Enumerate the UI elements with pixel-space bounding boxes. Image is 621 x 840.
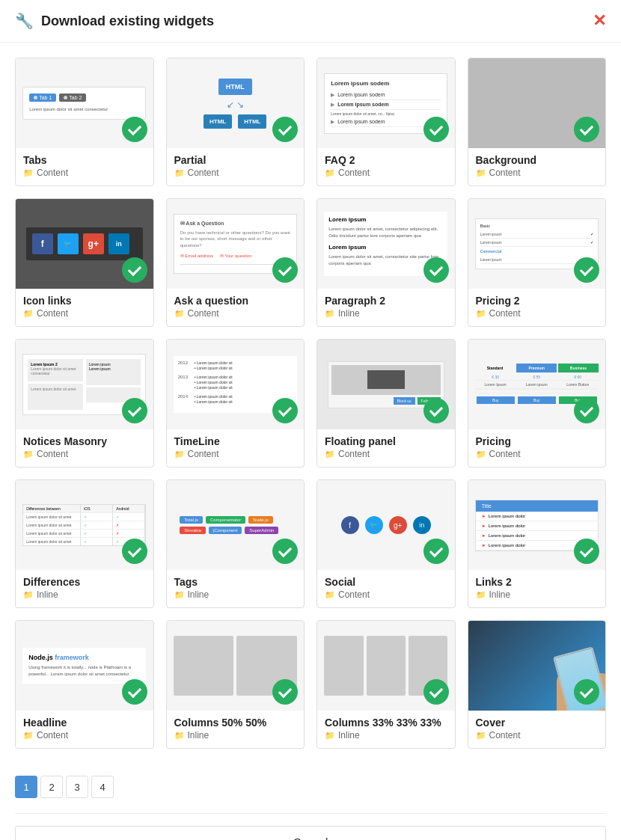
widget-name-floating-panel: Floating panel [325, 435, 447, 447]
pagination: 1234 [0, 764, 621, 813]
page-btn-4[interactable]: 4 [91, 776, 114, 798]
widget-card-faq2[interactable]: Lorem ipsum sodem ▶ Lorem ipsum sodem ▶ … [316, 58, 456, 186]
widget-card-ask-question[interactable]: ✉ Ask a Question Do you have technical o… [166, 198, 305, 327]
widget-name-notices-masonry: Notices Masonry [23, 435, 146, 447]
modal-title-text: Download existing widgets [41, 13, 214, 29]
widget-card-differences[interactable]: Differences between iOS Android Lorem ip… [15, 479, 154, 608]
widget-card-notices-masonry[interactable]: Lorem Ipsum 2Lorem ipsum dolor sit amet … [15, 339, 154, 467]
widget-name-paragraph2: Paragraph 2 [325, 295, 447, 307]
widget-info-pricing: Pricing📁Content [468, 429, 606, 467]
widget-thumb-headline: Node.js framework Using framework it is … [16, 621, 153, 711]
modal-header: 🔧 Download existing widgets ✕ [0, 0, 621, 43]
widget-category-cols333333: 📁Inline [325, 730, 447, 741]
widget-category-notices-masonry: 📁Content [23, 449, 146, 459]
folder-icon: 📁 [325, 590, 335, 600]
folder-icon: 📁 [476, 309, 486, 319]
widget-info-partial: Partial📁Content [167, 148, 305, 186]
widget-info-cover: Cover📁Content [468, 711, 606, 748]
widget-card-headline[interactable]: Node.js framework Using framework it is … [15, 620, 154, 749]
folder-icon: 📁 [325, 168, 335, 178]
page-btn-1[interactable]: 1 [15, 776, 37, 798]
widget-name-differences: Differences [23, 576, 146, 588]
close-button[interactable]: ✕ [593, 13, 606, 29]
folder-icon: 📁 [325, 309, 335, 319]
widget-card-partial[interactable]: HTML ↙ ↘ HTML HTML Partial📁Content [166, 58, 305, 186]
folder-icon: 📁 [23, 450, 34, 459]
widget-card-cols333333[interactable]: Columns 33% 33% 33%📁Inline [316, 620, 456, 749]
widget-card-pricing2[interactable]: Basic Lorem ipsum✓ Lorem ipsum✓ Commerci… [468, 198, 607, 327]
folder-icon: 📁 [174, 590, 185, 600]
widget-thumb-social: f 🐦 g+ in [317, 480, 455, 570]
widget-category-tags: 📁Inline [174, 589, 297, 600]
folder-icon: 📁 [23, 168, 34, 178]
widget-name-background: Background [476, 154, 599, 166]
widget-name-cols5050: Columns 50% 50% [174, 717, 297, 729]
widget-name-icon-links: Icon links [23, 295, 146, 307]
widget-card-floating-panel[interactable]: Block us Follow us Floating panel📁Conten… [316, 339, 456, 467]
widget-card-tabs[interactable]: Tab 1 Tab 2 Lorem ipsum dolor sit amet c… [15, 58, 154, 186]
widget-thumb-background [468, 58, 606, 148]
widget-thumb-timeline: 2012• Lorem ipsum dolor sit• Lorem ipsum… [167, 340, 305, 429]
widget-info-tags: Tags📁Inline [167, 570, 305, 607]
widget-info-links2: Links 2📁Inline [468, 570, 606, 607]
widget-category-links2: 📁Inline [476, 589, 599, 600]
widget-card-pricing[interactable]: Standard Premium Business € 30€ 55€ 60 L… [468, 339, 607, 467]
widget-thumb-cover [468, 621, 606, 711]
widget-category-cover: 📁Content [476, 730, 599, 741]
widget-name-partial: Partial [174, 154, 297, 166]
widget-info-notices-masonry: Notices Masonry📁Content [16, 429, 153, 467]
widget-thumb-icon-links: f 🐦 g+ in [16, 199, 153, 289]
widget-thumb-partial: HTML ↙ ↘ HTML HTML [167, 58, 305, 148]
widget-thumb-notices-masonry: Lorem Ipsum 2Lorem ipsum dolor sit amet … [16, 340, 153, 429]
widget-name-timeline: TimeLine [174, 435, 297, 447]
widget-thumb-differences: Differences between iOS Android Lorem ip… [16, 480, 153, 570]
widget-info-background: Background📁Content [468, 148, 606, 186]
widget-category-background: 📁Content [476, 168, 599, 178]
folder-icon: 📁 [174, 309, 185, 319]
widget-card-social[interactable]: f 🐦 g+ in Social📁Content [316, 479, 456, 608]
widget-card-timeline[interactable]: 2012• Lorem ipsum dolor sit• Lorem ipsum… [166, 339, 305, 467]
widget-grid: Tab 1 Tab 2 Lorem ipsum dolor sit amet c… [0, 43, 621, 764]
widget-name-cols333333: Columns 33% 33% 33% [325, 717, 447, 729]
widget-category-pricing: 📁Content [476, 449, 599, 459]
widget-name-pricing2: Pricing 2 [476, 295, 599, 307]
widget-card-icon-links[interactable]: f 🐦 g+ in Icon links📁Content [15, 198, 154, 327]
widget-category-pricing2: 📁Content [476, 308, 599, 319]
widget-info-cols5050: Columns 50% 50%📁Inline [167, 711, 305, 748]
widget-name-headline: Headline [23, 717, 146, 729]
widget-name-cover: Cover [476, 717, 599, 729]
folder-icon: 📁 [325, 450, 335, 459]
widget-info-timeline: TimeLine📁Content [167, 429, 305, 467]
widget-card-cols5050[interactable]: Columns 50% 50%📁Inline [166, 620, 305, 749]
folder-icon: 📁 [476, 590, 486, 600]
folder-icon: 📁 [325, 731, 335, 741]
widget-info-social: Social📁Content [317, 570, 455, 607]
widget-card-tags[interactable]: Total.js Componentator Node.js Slovakia … [166, 479, 305, 608]
folder-icon: 📁 [23, 309, 34, 319]
widget-thumb-faq2: Lorem ipsum sodem ▶ Lorem ipsum sodem ▶ … [317, 58, 455, 148]
widget-info-paragraph2: Paragraph 2📁Inline [317, 289, 455, 326]
widget-info-cols333333: Columns 33% 33% 33%📁Inline [317, 711, 455, 748]
folder-icon: 📁 [23, 731, 34, 741]
widget-thumb-tabs: Tab 1 Tab 2 Lorem ipsum dolor sit amet c… [16, 58, 153, 148]
folder-icon: 📁 [174, 731, 185, 741]
widget-category-social: 📁Content [325, 589, 447, 600]
widget-thumb-cols5050 [167, 621, 305, 711]
widget-thumb-pricing2: Basic Lorem ipsum✓ Lorem ipsum✓ Commerci… [468, 199, 606, 289]
widget-category-headline: 📁Content [23, 730, 146, 741]
widget-thumb-ask-question: ✉ Ask a Question Do you have technical o… [167, 199, 305, 289]
widget-card-paragraph2[interactable]: Lorem ipsum Lorem ipsum dolor sit amet, … [316, 198, 456, 327]
folder-icon: 📁 [174, 168, 185, 178]
page-btn-3[interactable]: 3 [66, 776, 88, 798]
widget-card-links2[interactable]: Title ► Lorem ipsum dolor ► Lorem ipsum … [468, 479, 607, 608]
page-btn-2[interactable]: 2 [40, 776, 63, 798]
widget-card-cover[interactable]: Cover📁Content [468, 620, 607, 749]
widget-name-social: Social [325, 576, 447, 588]
cancel-button[interactable]: Cancel [15, 826, 606, 840]
widget-category-ask-question: 📁Content [174, 308, 297, 319]
widget-card-background[interactable]: Background📁Content [468, 58, 607, 186]
widget-name-tabs: Tabs [23, 154, 146, 166]
widget-info-ask-question: Ask a question📁Content [167, 289, 305, 326]
folder-icon: 📁 [23, 590, 34, 600]
widget-info-floating-panel: Floating panel📁Content [317, 429, 455, 467]
